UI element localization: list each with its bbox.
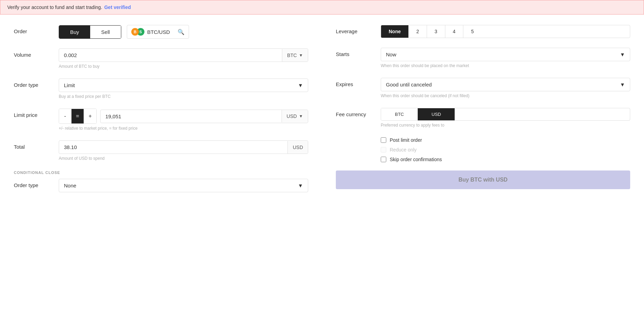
minus-button[interactable]: - — [59, 109, 72, 123]
starts-hint: When this order should be placed on the … — [381, 63, 630, 68]
submit-section: Buy BTC with USD — [336, 167, 630, 189]
trading-form: Verify your account to fund and start tr… — [0, 0, 644, 332]
order-controls: Buy Sell B S BTC/USD 🔍 — [59, 25, 308, 39]
total-row: Total USD Amount of USD to spend — [14, 140, 308, 161]
order-label: Order — [14, 25, 59, 34]
expires-label: Expires — [336, 78, 381, 87]
post-limit-checkbox[interactable] — [381, 137, 386, 143]
order-type-hint: Buy at a fixed price per BTC — [59, 94, 308, 99]
order-type-select[interactable]: Limit ▼ — [59, 79, 308, 92]
fee-currency-label: Fee currency — [336, 108, 381, 117]
starts-content: Now ▼ When this order should be placed o… — [381, 48, 630, 68]
volume-input[interactable] — [59, 49, 282, 62]
skip-confirmations-checkbox[interactable] — [381, 157, 386, 162]
starts-chevron: ▼ — [620, 52, 625, 57]
volume-input-wrapper: BTC ▼ — [59, 48, 308, 62]
total-label: Total — [14, 140, 59, 150]
conditional-order-type-value: None — [64, 183, 76, 188]
get-verified-link[interactable]: Get verified — [104, 4, 131, 10]
btc-icon: B — [131, 28, 139, 36]
order-type-value: Limit — [64, 82, 75, 88]
conditional-order-type-label: Order type — [14, 179, 59, 188]
fee-btc-button[interactable]: BTC — [381, 108, 418, 120]
reduce-only-label: Reduce only — [390, 147, 417, 153]
pair-search-button[interactable]: 🔍 — [178, 29, 184, 35]
leverage-none-button[interactable]: None — [381, 25, 409, 38]
volume-label: Volume — [14, 48, 59, 58]
limit-price-input[interactable] — [101, 110, 282, 123]
banner-message: Verify your account to fund and start tr… — [7, 4, 102, 10]
order-type-chevron: ▼ — [298, 82, 303, 88]
post-limit-label: Post limit order — [390, 137, 422, 143]
skip-confirmations-label: Skip order confirmations — [390, 157, 442, 162]
leverage-row: Leverage None 2 3 4 5 — [336, 25, 630, 38]
limit-price-controls: - = + USD ▼ — [59, 109, 308, 124]
limit-price-label: Limit price — [14, 109, 59, 118]
checkboxes-section: Post limit order Reduce only Skip order … — [381, 137, 630, 162]
limit-price-content: - = + USD ▼ +/- relative to market — [59, 109, 308, 131]
conditional-order-type-select[interactable]: None ▼ — [59, 179, 308, 192]
conditional-order-type-content: None ▼ — [59, 179, 308, 192]
leverage-label: Leverage — [336, 25, 381, 34]
conditional-order-chevron: ▼ — [298, 183, 303, 188]
expires-content: Good until canceled ▼ When this order sh… — [381, 78, 630, 98]
leverage-options: None 2 3 4 5 — [381, 25, 630, 38]
order-row: Order Buy Sell B S BTC/USD 🔍 — [14, 25, 308, 39]
sell-button[interactable]: Sell — [90, 26, 121, 38]
submit-button[interactable]: Buy BTC with USD — [336, 170, 630, 189]
right-column: Leverage None 2 3 4 5 Starts Now — [336, 25, 630, 192]
plus-button[interactable]: + — [84, 109, 96, 123]
expires-hint: When this order should be canceled (if n… — [381, 93, 630, 98]
limit-price-currency-label: USD — [287, 113, 297, 119]
expires-chevron: ▼ — [620, 82, 625, 87]
starts-label: Starts — [336, 48, 381, 57]
fee-currency-hint: Preferred currency to apply fees to — [381, 123, 630, 128]
starts-row: Starts Now ▼ When this order should be p… — [336, 48, 630, 68]
equals-button[interactable]: = — [72, 109, 84, 123]
total-input-wrapper: USD — [59, 140, 308, 154]
expires-row: Expires Good until canceled ▼ When this … — [336, 78, 630, 98]
leverage-3-button[interactable]: 3 — [427, 25, 445, 38]
fee-currency-content: BTC USD Preferred currency to apply fees… — [381, 108, 630, 128]
starts-select[interactable]: Now ▼ — [381, 48, 630, 61]
total-currency-label: USD — [293, 145, 303, 150]
order-type-label: Order type — [14, 79, 59, 88]
main-grid: Order Buy Sell B S BTC/USD 🔍 — [0, 15, 644, 203]
pair-label: BTC/USD — [147, 29, 170, 35]
verify-banner: Verify your account to fund and start tr… — [0, 0, 644, 15]
volume-content: BTC ▼ Amount of BTC to buy — [59, 48, 308, 69]
left-column: Order Buy Sell B S BTC/USD 🔍 — [14, 25, 308, 192]
volume-currency-label: BTC — [287, 53, 297, 58]
order-type-content: Limit ▼ Buy at a fixed price per BTC — [59, 79, 308, 99]
reduce-only-checkbox[interactable] — [381, 147, 386, 153]
expires-value: Good until canceled — [386, 82, 432, 87]
plus-minus-group: - = + — [59, 109, 97, 124]
leverage-4-button[interactable]: 4 — [445, 25, 464, 38]
limit-price-chevron: ▼ — [299, 114, 303, 119]
expires-select[interactable]: Good until canceled ▼ — [381, 78, 630, 91]
limit-price-input-wrapper: USD ▼ — [100, 110, 308, 123]
reduce-only-row: Reduce only — [381, 147, 630, 153]
conditional-close-label: CONDITIONAL CLOSE — [14, 170, 308, 175]
order-type-row: Order type Limit ▼ Buy at a fixed price … — [14, 79, 308, 99]
total-hint: Amount of USD to spend — [59, 156, 308, 161]
post-limit-row: Post limit order — [381, 137, 630, 143]
limit-price-currency[interactable]: USD ▼ — [282, 110, 308, 122]
leverage-2-button[interactable]: 2 — [409, 25, 427, 38]
leverage-content: None 2 3 4 5 — [381, 25, 630, 38]
skip-confirmations-row: Skip order confirmations — [381, 157, 630, 162]
pair-selector[interactable]: B S BTC/USD 🔍 — [127, 25, 189, 39]
volume-currency[interactable]: BTC ▼ — [282, 49, 308, 62]
fee-toggle: BTC USD — [381, 108, 630, 121]
conditional-close-section: CONDITIONAL CLOSE Order type None ▼ — [14, 170, 308, 192]
volume-row: Volume BTC ▼ Amount of BTC to buy — [14, 48, 308, 69]
buy-button[interactable]: Buy — [59, 26, 90, 38]
total-content: USD Amount of USD to spend — [59, 140, 308, 161]
leverage-5-button[interactable]: 5 — [463, 25, 481, 38]
volume-hint: Amount of BTC to buy — [59, 64, 308, 69]
total-input[interactable] — [59, 141, 287, 154]
fee-currency-row: Fee currency BTC USD Preferred currency … — [336, 108, 630, 128]
starts-value: Now — [386, 52, 396, 57]
fee-usd-button[interactable]: USD — [418, 108, 455, 120]
limit-price-hint: +/- relative to market price, = for fixe… — [59, 126, 308, 131]
